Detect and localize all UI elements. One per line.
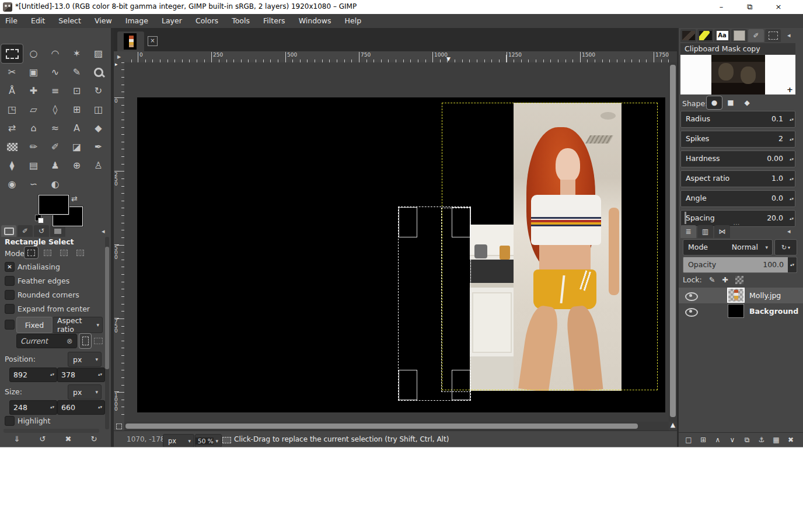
tool-paths[interactable]: ∿	[44, 63, 66, 82]
layer-row-background[interactable]: Background	[679, 303, 803, 319]
position-y-input[interactable]	[58, 368, 96, 382]
tab-brushes[interactable]	[697, 29, 713, 42]
zoom-level-dropdown[interactable]: 50 % ▾	[195, 434, 222, 447]
lock-position-icon[interactable]: ✚	[722, 275, 728, 284]
image-tab[interactable]	[117, 32, 144, 51]
blend-space-button[interactable]: ↻▾	[774, 239, 797, 256]
close-button[interactable]: ×	[765, 0, 792, 14]
size-unit-dropdown[interactable]: px ▾	[68, 384, 102, 400]
canvas-viewport[interactable]	[124, 62, 669, 422]
spinner-arrows-icon[interactable]: ▴▾	[790, 111, 794, 127]
tool-crop[interactable]: ⊡	[66, 82, 88, 100]
navigation-button[interactable]: ▲	[669, 420, 677, 430]
layer-name[interactable]: Background	[749, 307, 798, 316]
fixed-button[interactable]: Fixed	[16, 317, 53, 333]
delete-tool-preset-button[interactable]: ✖	[58, 433, 78, 446]
hardness-slider[interactable]: Hardness 0.00 ▴▾	[680, 150, 795, 167]
tool-perspective-clone[interactable]: ♙	[88, 156, 109, 175]
spinner-arrows-icon[interactable]: ▴▾	[788, 257, 797, 272]
shape-circle-button[interactable]: ●	[707, 96, 722, 109]
tool-scale[interactable]: ◳	[1, 100, 23, 119]
tool-gradient[interactable]	[1, 138, 23, 156]
tab-tool-preset-editor[interactable]	[765, 29, 781, 42]
tool-cage-transform[interactable]: ⌂	[23, 119, 44, 138]
visibility-eye-icon[interactable]	[685, 292, 698, 301]
portrait-orientation-button[interactable]	[79, 334, 91, 348]
menu-windows[interactable]: Windows	[294, 14, 337, 27]
delete-layer-button[interactable]: ✖	[784, 433, 798, 446]
horizontal-ruler[interactable]: 0 250 500 750 1000 1250 1500 1750 ▼	[124, 51, 669, 63]
menu-select[interactable]: Select	[53, 14, 86, 27]
tool-scissors-select[interactable]: ✂	[1, 63, 23, 82]
rectangle-select-pending[interactable]	[398, 206, 471, 401]
vertical-scrollbar[interactable]	[669, 62, 677, 422]
lock-alpha-icon[interactable]	[735, 276, 743, 284]
brush-preview[interactable]: +	[680, 55, 795, 94]
spinner-arrows-icon[interactable]: ▴▾	[790, 171, 794, 187]
spinner-arrows-icon[interactable]: ▴▾	[48, 401, 56, 414]
layer-thumbnail[interactable]	[728, 289, 743, 302]
selection-handle-top-right[interactable]	[452, 207, 470, 237]
spinner-arrows-icon[interactable]: ▴▾	[790, 131, 794, 147]
spinner-arrows-icon[interactable]: ▴▾	[96, 401, 104, 414]
tab-channels[interactable]: ▥	[697, 225, 713, 238]
position-x-input[interactable]	[10, 368, 48, 382]
menu-colors[interactable]: Colors	[190, 14, 224, 27]
minimize-button[interactable]: –	[708, 0, 735, 14]
anchor-layer-button[interactable]: ⚓	[755, 433, 769, 446]
position-y-spinner[interactable]: ▴▾	[57, 368, 105, 382]
tool-clone[interactable]: ♟	[44, 156, 66, 175]
foreground-color-swatch[interactable]	[39, 195, 69, 215]
selection-handle-bottom-right[interactable]	[452, 370, 470, 400]
spinner-arrows-icon[interactable]: ▴▾	[790, 191, 794, 206]
horizontal-scrollbar[interactable]	[124, 422, 669, 430]
menu-filters[interactable]: Filters	[258, 14, 290, 27]
tool-smudge[interactable]: ∽	[23, 175, 44, 194]
spinner-arrows-icon[interactable]: ▴▾	[48, 368, 56, 382]
raise-layer-button[interactable]: ∧	[711, 433, 725, 446]
tool-align[interactable]: ≡	[44, 82, 66, 100]
rounded-corners-checkbox[interactable]	[5, 290, 15, 300]
tab-image-thumbnail[interactable]	[50, 225, 65, 237]
visibility-eye-icon[interactable]	[685, 308, 698, 317]
scrollbar-thumb[interactable]	[105, 247, 109, 369]
clear-entry-icon[interactable]: ⊗	[67, 337, 72, 345]
tab-undo-history[interactable]: ↺	[34, 225, 49, 237]
collapsed-section-expander[interactable]	[4, 429, 99, 433]
tool-measure[interactable]: Å	[1, 82, 23, 100]
ruler-origin-button[interactable]: ▶	[114, 51, 125, 63]
status-unit-dropdown[interactable]: px ▾	[163, 434, 194, 447]
tool-warp-transform[interactable]: ≈	[44, 119, 66, 138]
antialiasing-checkbox[interactable]: ✕	[5, 262, 15, 272]
size-height-spinner[interactable]: ▴▾	[57, 400, 105, 415]
tool-handle-transform[interactable]: ⊞	[66, 100, 88, 119]
menu-tools[interactable]: Tools	[226, 14, 255, 27]
radius-slider[interactable]: Radius 0.1 ▴▾	[680, 111, 795, 128]
size-width-spinner[interactable]: ▴▾	[9, 400, 57, 415]
tool-flip[interactable]: ⇄	[1, 119, 23, 138]
image-tab-close-icon[interactable]: ×	[148, 36, 158, 46]
spinner-arrows-icon[interactable]: ▴▾	[96, 368, 104, 382]
tab-layers[interactable]: ≣	[680, 225, 696, 238]
expand-from-center-checkbox[interactable]	[5, 304, 15, 314]
menu-layer[interactable]: Layer	[156, 14, 187, 27]
new-group-button[interactable]: ⊞	[696, 433, 710, 446]
quick-mask-toggle[interactable]	[114, 422, 124, 430]
mode-subtract-button[interactable]	[57, 247, 71, 258]
tool-shear[interactable]: ▱	[23, 100, 44, 119]
opacity-slider[interactable]: Opacity 100.0 ▴▾	[683, 257, 797, 273]
tab-brush-editor[interactable]: ✐	[748, 29, 764, 42]
layer-thumbnail[interactable]	[728, 304, 743, 317]
mode-intersect-button[interactable]	[74, 247, 87, 258]
angle-slider[interactable]: Angle 0.0 ▴▾	[680, 190, 795, 207]
tool-fuzzy-select[interactable]: ✶	[66, 44, 88, 63]
fixed-type-dropdown[interactable]: Aspect ratio ▾	[53, 317, 103, 333]
landscape-orientation-button[interactable]	[92, 334, 104, 348]
tool-paintbrush[interactable]: ✐	[44, 138, 66, 156]
tab-clipboard-brush[interactable]	[680, 29, 696, 42]
feather-edges-checkbox[interactable]	[5, 276, 15, 286]
tool-perspective[interactable]: ◊	[44, 100, 66, 119]
left-dock-collapse-icon[interactable]: ◂	[102, 228, 105, 235]
tab-fonts[interactable]: Aa	[714, 29, 730, 42]
reset-tool-options-button[interactable]: ↻	[84, 433, 104, 446]
